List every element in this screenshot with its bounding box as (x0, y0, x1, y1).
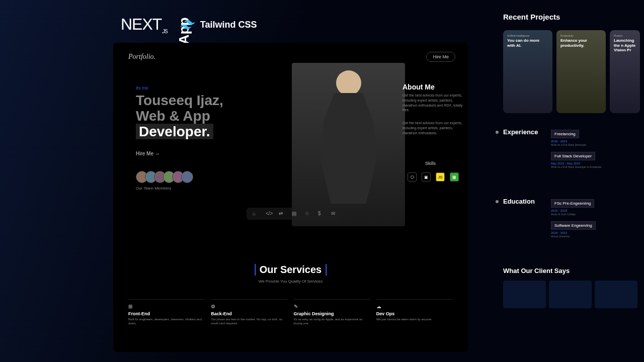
skill-icon: ⬡ (408, 172, 417, 182)
code-icon[interactable]: </> (266, 211, 272, 217)
nextjs-logo: NEXT.JS (121, 15, 168, 34)
education-heading: Education (503, 198, 541, 242)
services-grid: ⊞Front-EndBuilt for engineers, developer… (128, 299, 453, 326)
project-title: Enhance your productivity. (560, 38, 602, 48)
home-icon[interactable]: ⌂ (253, 211, 259, 217)
service-card[interactable]: ☁Dev OpsWe just cannot be taken down by … (376, 299, 453, 326)
service-desc: We just cannot be taken down by anyone. (376, 318, 453, 322)
skill-icon: JS (436, 172, 445, 182)
testimonial-card (549, 281, 592, 308)
swap-icon[interactable]: ⇄ (279, 211, 285, 217)
timeline-sub: Work As a Full Stack Developer (551, 143, 644, 146)
skill-icon: ▦ (450, 172, 459, 182)
service-desc: Our prices are best in the market. No ca… (211, 318, 287, 326)
service-title: Dev Ops (376, 311, 453, 316)
project-card[interactable]: ProductLaunching the n Apple Vision Pr (610, 30, 640, 113)
skills-heading: Skills (425, 161, 436, 166)
dollar-icon[interactable]: $ (318, 211, 324, 217)
project-tag: Productivity (560, 34, 602, 37)
nav-toolbar: ⌂ </> ⇄ ▤ ☆ $ ✉ (247, 208, 343, 220)
timeline: Experience Freelancing2018 - 2023Work As… (503, 128, 644, 242)
recent-projects-heading: Recent Projects (503, 13, 644, 21)
project-card[interactable]: ProductivityEnhance your productivity. (556, 30, 606, 113)
testimonial-card (503, 281, 546, 308)
star-icon[interactable]: ☆ (305, 211, 311, 217)
testimonials-heading: What Our Client Says (503, 267, 644, 275)
portfolio-preview-card: Portfolio. Hire Me Its me Touseeq Ijaz, … (113, 43, 468, 352)
avatar (181, 171, 193, 183)
timeline-date: 2016 - 2018 (551, 209, 644, 212)
about-para-1: Get the best advices from our experts, i… (403, 93, 465, 113)
project-card[interactable]: Artificial IntelligenceYou can do more w… (503, 30, 552, 113)
timeline-sub: Virtual University (551, 235, 644, 238)
service-title: Front-End (128, 311, 205, 316)
skill-icon-row: ⬡ ▣ JS ▦ (408, 172, 459, 182)
brand-logo[interactable]: Portfolio. (128, 53, 155, 61)
service-card[interactable]: ⊞Front-EndBuilt for engineers, developer… (128, 299, 205, 326)
timeline-date: 2018 - 2022 (551, 231, 644, 234)
project-tag: Artificial Intelligence (507, 34, 548, 37)
intro-label: Its me (136, 85, 148, 90)
service-icon: ☁ (376, 304, 453, 309)
project-title: You can do more with AI. (507, 38, 548, 48)
timeline-item: FSc Pre-Engeenring (551, 199, 594, 208)
hero-heading: Touseeq Ijaz, Web & App Developer. (136, 93, 223, 139)
team-label: Our Team Members (136, 186, 172, 191)
services-subheading: We Provide You Quality Of Services (259, 279, 323, 284)
service-desc: Built for engineers, developers, dreamer… (128, 318, 205, 326)
education-row: Education FSc Pre-Engeenring2016 - 2018S… (503, 198, 644, 242)
hire-me-button[interactable]: Hire Me (426, 52, 455, 62)
timeline-sub: Study At Govt College (551, 213, 644, 216)
tech-stack-logos: NEXT.JS Tailwind CSS (121, 15, 257, 34)
service-desc: It's as easy as using an Apple, and as e… (294, 318, 370, 326)
timeline-date: May 2023 - May 2024 (551, 162, 644, 165)
about-para-2: Get the best advices from our experts, i… (403, 121, 465, 135)
hero-photo (292, 63, 405, 226)
service-card[interactable]: ⚙Back-EndOur prices are best in the mark… (211, 299, 287, 326)
tailwind-icon (180, 20, 195, 29)
experience-heading: Experience (503, 128, 541, 172)
testimonials-row (503, 281, 644, 308)
timeline-item: Freelancing (551, 130, 579, 138)
testimonial-card (595, 281, 637, 308)
timeline-item: Full Stack Developer (551, 152, 595, 160)
tailwind-text: Tailwind CSS (200, 20, 257, 30)
about-heading: About Me (403, 83, 435, 91)
experience-row: Experience Freelancing2018 - 2023Work As… (503, 128, 644, 172)
timeline-date: 2018 - 2023 (551, 140, 644, 143)
timeline-item: Software Engeenring (551, 221, 596, 230)
service-card[interactable]: ✎Graphic DesigningIt's as easy as using … (294, 299, 370, 326)
tailwind-logo: Tailwind CSS (180, 20, 257, 30)
project-tag: Product (614, 34, 636, 37)
service-icon: ⊞ (128, 304, 205, 309)
service-title: Back-End (211, 311, 287, 316)
skill-icon: ▣ (422, 172, 431, 182)
doc-icon[interactable]: ▤ (292, 211, 298, 217)
hire-me-link[interactable]: Hire Me → (136, 151, 160, 156)
timeline-sub: Work As a Full Stack Developer in Accele… (551, 165, 644, 168)
right-panel: Recent Projects Artificial IntelligenceY… (483, 0, 644, 362)
project-title: Launching the n Apple Vision Pr (614, 38, 636, 53)
projects-row: Artificial IntelligenceYou can do more w… (503, 30, 644, 113)
service-icon: ✎ (294, 304, 370, 309)
services-heading: Our Services (255, 264, 327, 276)
team-avatars (136, 171, 190, 183)
service-title: Graphic Designing (294, 311, 370, 316)
mail-icon[interactable]: ✉ (331, 211, 337, 217)
service-icon: ⚙ (211, 304, 287, 309)
